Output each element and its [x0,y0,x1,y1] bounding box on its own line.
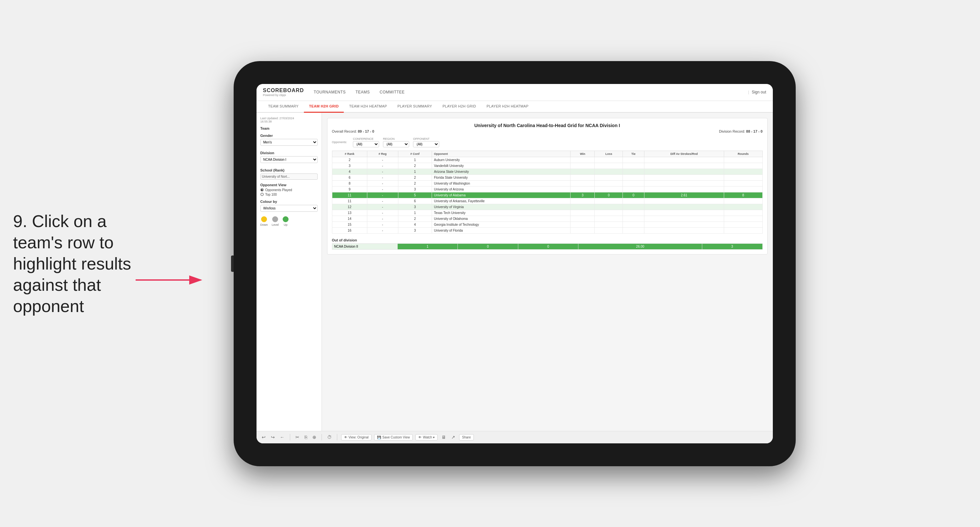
col-tie: Tie [623,151,644,157]
watch-label: Watch ▾ [423,436,434,439]
radio-top-100[interactable]: Top 100 [261,193,318,196]
redo-button[interactable]: ↪ [270,434,276,440]
cell-diff [644,157,724,163]
out-of-div-row[interactable]: NCAA Division II 1 0 0 26.00 3 [332,244,762,249]
conference-select[interactable]: (All) [353,141,379,147]
save-custom-button[interactable]: 💾 Save Custom View [374,434,413,440]
cell-rank: 4 [332,169,367,175]
tab-player-h2h-heatmap[interactable]: PLAYER H2H HEATMAP [481,101,534,113]
table-row[interactable]: 2-1Auburn University [332,157,762,163]
out-of-division-label: Out of division [332,238,357,242]
clock-button[interactable]: ⏱ [326,434,333,440]
cell-conf: 2 [398,216,432,221]
cell-win [571,221,595,228]
division-record-value: 88 - 17 - 0 [746,129,762,133]
scissors-button[interactable]: ✂ [294,434,301,440]
share-button[interactable]: Share [459,434,474,440]
cell-win [571,180,595,186]
out-of-division-table: NCAA Division II 1 0 0 26.00 3 [332,244,763,250]
tab-team-summary[interactable]: TEAM SUMMARY [263,101,304,113]
legend-up: Up [283,216,288,226]
table-row[interactable]: 9-3University of Arizona [332,186,762,192]
cell-rounds [724,163,762,169]
col-conf: # Conf [398,151,432,157]
grid-title: University of North Carolina Head-to-Hea… [332,123,763,128]
cell-loss [595,163,623,169]
cell-reg: - [367,169,398,175]
cell-loss [595,228,623,233]
out-div-loss: 0 [458,244,518,249]
share-icon-button[interactable]: ↗ [450,434,457,440]
table-row[interactable]: 8-2University of Washington [332,180,762,186]
last-updated-time: 16:55:38 [261,120,318,123]
table-row[interactable]: 14-2University of Oklahoma [332,216,762,221]
out-div-tie: 0 [518,244,578,249]
cell-loss [595,210,623,216]
sign-out-link[interactable]: Sign out [752,90,766,94]
cell-win [571,163,595,169]
cell-rank: 11 [332,198,367,204]
share-label: Share [462,436,471,439]
top-nav: SCOREBOARD Powered by clippi TOURNAMENTS… [256,84,773,101]
screen-button[interactable]: 🖥 [440,434,447,440]
table-row[interactable]: 11-6University of Arkansas, Fayetteville [332,198,762,204]
table-row[interactable]: 15-4Georgia Institute of Technology [332,221,762,228]
table-row[interactable]: 16-3University of Florida [332,228,762,233]
cell-rounds [724,175,762,180]
cell-rank: 3 [332,163,367,169]
cell-reg: - [367,192,398,198]
copy-button[interactable]: ⎘ [303,434,309,440]
cell-loss [595,169,623,175]
cell-rounds [724,210,762,216]
tab-team-h2h-heatmap[interactable]: TEAM H2H HEATMAP [344,101,392,113]
top-100-label: Top 100 [265,193,277,196]
cell-tie [623,228,644,233]
paste-button[interactable]: ⊕ [311,434,318,440]
cell-rounds: 8 [724,192,762,198]
tab-player-summary[interactable]: PLAYER SUMMARY [392,101,437,113]
table-row[interactable]: 13-1Texas Tech University [332,210,762,216]
colour-by-select[interactable]: Win/loss [261,205,318,212]
undo-button[interactable]: ↩ [261,434,267,440]
col-loss: Loss [595,151,623,157]
tab-player-h2h-grid[interactable]: PLAYER H2H GRID [437,101,481,113]
table-row[interactable]: 6-2Florida State University [332,175,762,180]
last-updated: Last Updated: 27/03/2024 16:55:38 [261,117,318,123]
cell-reg: - [367,210,398,216]
cell-diff [644,163,724,169]
watch-button[interactable]: 👁 Watch ▾ [415,434,438,440]
legend-label-level: Level [272,223,279,226]
gender-select[interactable]: Men's [261,139,318,146]
annotation-body: 9. Click on a team's row to highlight re… [13,212,131,315]
region-select[interactable]: (All) [383,141,409,147]
cell-tie [623,221,644,228]
tablet-side-button [231,255,234,272]
cell-diff [644,221,724,228]
table-row[interactable]: 11-5University of Alabama3002.618 [332,192,762,198]
cell-rounds [724,216,762,221]
opponents-played-label: Opponents Played [265,188,292,192]
table-row[interactable]: 3-2Vanderbilt University [332,163,762,169]
nav-teams[interactable]: TEAMS [356,89,370,96]
nav-committee[interactable]: COMMITTEE [380,89,405,96]
table-row[interactable]: 4-1Arizona State University [332,169,762,175]
tab-team-h2h-grid[interactable]: TEAM H2H GRID [304,101,344,113]
back-button[interactable]: ← [279,434,286,440]
table-header-row: # Rank # Reg # Conf Opponent Win Loss Ti… [332,151,762,157]
cell-conf: 4 [398,221,432,228]
cell-tie [623,180,644,186]
table-row[interactable]: 12-3University of Virginia [332,204,762,210]
cell-diff [644,228,724,233]
watch-icon: 👁 [418,436,422,439]
col-opponent: Opponent [432,151,570,157]
cell-win [571,198,595,204]
radio-opponents-played[interactable]: Opponents Played [261,188,318,192]
cell-win [571,204,595,210]
nav-tournaments[interactable]: TOURNAMENTS [314,89,346,96]
cell-conf: 6 [398,198,432,204]
opponent-select[interactable]: (All) [413,141,439,147]
cell-diff [644,175,724,180]
division-select[interactable]: NCAA Division I [261,156,318,163]
logo-area: SCOREBOARD Powered by clippi [263,88,304,97]
view-original-button[interactable]: 👁 View: Original [341,434,372,440]
